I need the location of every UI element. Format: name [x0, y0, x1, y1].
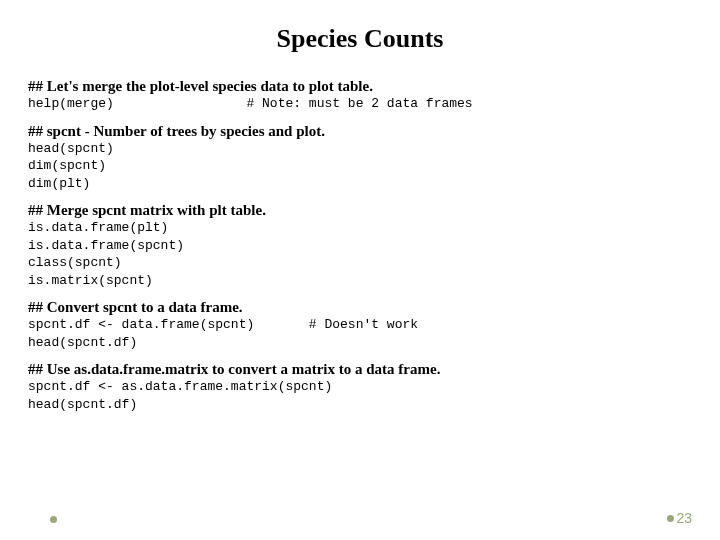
code-block-3: spcnt.df <- data.frame(spcnt) # Doesn't … — [28, 316, 692, 351]
page-title: Species Counts — [28, 24, 692, 54]
page-number-text: 23 — [676, 510, 692, 526]
code-block-0: help(merge) # Note: must be 2 data frame… — [28, 95, 692, 113]
section-heading-1: ## spcnt - Number of trees by species an… — [28, 123, 692, 140]
code-block-1: head(spcnt) dim(spcnt) dim(plt) — [28, 140, 692, 193]
dot-icon — [667, 515, 674, 522]
bullet-icon — [50, 516, 57, 523]
page-number: 23 — [667, 510, 692, 526]
section-heading-0: ## Let's merge the plot-level species da… — [28, 78, 692, 95]
code-block-4: spcnt.df <- as.data.frame.matrix(spcnt) … — [28, 378, 692, 413]
section-heading-4: ## Use as.data.frame.matrix to convert a… — [28, 361, 692, 378]
section-heading-3: ## Convert spcnt to a data frame. — [28, 299, 692, 316]
section-heading-2: ## Merge spcnt matrix with plt table. — [28, 202, 692, 219]
code-block-2: is.data.frame(plt) is.data.frame(spcnt) … — [28, 219, 692, 289]
